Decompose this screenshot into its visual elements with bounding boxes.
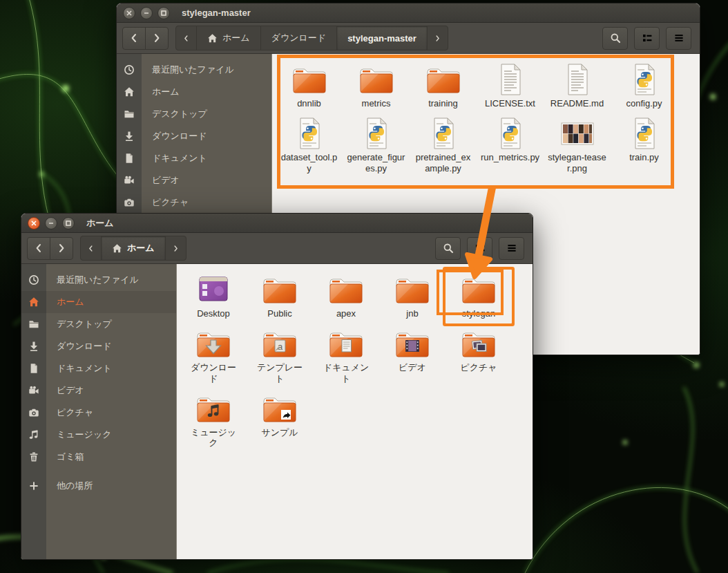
- file-dataset_tool.py[interactable]: dataset_tool.py: [276, 113, 343, 178]
- sidebar-item[interactable]: ビデオ: [117, 169, 271, 191]
- folder-icon: [461, 273, 497, 306]
- sidebar-item[interactable]: ダウンロード: [21, 335, 176, 357]
- file-run_metrics.py[interactable]: run_metrics.py: [477, 113, 544, 178]
- image-icon: [559, 117, 595, 150]
- menu-button[interactable]: [499, 237, 524, 260]
- sidebar-item[interactable]: 最近開いたファイル: [21, 269, 176, 291]
- sidebar-item[interactable]: 最近開いたファイル: [117, 59, 271, 81]
- sidebar-item[interactable]: デスクトップ: [21, 313, 176, 335]
- file-サンプル[interactable]: サンプル: [247, 388, 313, 453]
- back-button[interactable]: [27, 237, 50, 260]
- sidebar-item[interactable]: ドキュメント: [21, 357, 176, 379]
- file-label: テンプレート: [255, 362, 305, 384]
- file-metrics[interactable]: metrics: [343, 59, 410, 113]
- breadcrumb-item[interactable]: ダウンロード: [261, 26, 338, 50]
- back-button[interactable]: [122, 27, 146, 50]
- sidebar-item[interactable]: ピクチャ: [21, 402, 176, 424]
- file-pretrained_example.py[interactable]: pretrained_example.py: [410, 113, 477, 178]
- breadcrumb-item[interactable]: ホーム: [197, 26, 261, 50]
- home-icon: [21, 291, 46, 313]
- chevron-right-icon: [434, 35, 441, 42]
- sidebar-item[interactable]: ミュージック: [21, 424, 176, 446]
- folder-icon: [291, 63, 327, 96]
- toolbar: ホーム: [21, 233, 533, 264]
- breadcrumb-scroll-left[interactable]: [176, 26, 197, 50]
- file-label: ミュージック: [189, 427, 238, 449]
- search-button[interactable]: [602, 27, 628, 50]
- chevron-left-icon: [33, 243, 44, 254]
- close-button[interactable]: [28, 217, 40, 229]
- python-icon: [425, 117, 461, 150]
- sidebar-item-label: 最近開いたファイル: [57, 274, 139, 286]
- menu-button[interactable]: [666, 27, 691, 50]
- file-jnb[interactable]: jnb: [379, 270, 446, 323]
- file-README.md[interactable]: README.md: [544, 59, 611, 113]
- file-LICENSE.txt[interactable]: LICENSE.txt: [477, 59, 544, 113]
- sidebar-item[interactable]: デスクトップ: [117, 103, 271, 125]
- sidebar-item[interactable]: ゴミ箱: [21, 446, 176, 468]
- file-dnnlib[interactable]: dnnlib: [276, 59, 343, 113]
- file-Desktop[interactable]: Desktop: [180, 270, 247, 323]
- maximize-button[interactable]: [62, 217, 75, 229]
- file-stylegan-teaser.png[interactable]: stylegan-teaser.png: [544, 113, 611, 178]
- sidebar-item-label: ホーム: [57, 296, 84, 308]
- python-icon: [492, 117, 528, 150]
- home-icon: [28, 297, 39, 308]
- file-generate_figures.py[interactable]: generate_figures.py: [343, 113, 410, 178]
- file-grid: DesktopPublicapexjnbstyleganダウンロードテンプレート…: [177, 264, 533, 560]
- search-icon: [610, 32, 621, 44]
- file-label: apex: [336, 308, 356, 319]
- sidebar-item[interactable]: ホーム: [21, 291, 176, 313]
- forward-button[interactable]: [145, 27, 169, 50]
- breadcrumb-item[interactable]: stylegan-master: [337, 26, 428, 50]
- sidebar-item[interactable]: ダウンロード: [117, 125, 271, 147]
- view-toggle-button[interactable]: [634, 27, 660, 50]
- titlebar[interactable]: ホーム: [21, 214, 533, 233]
- file-label: LICENSE.txt: [485, 98, 535, 109]
- file-ダウンロード[interactable]: ダウンロード: [180, 323, 247, 388]
- search-icon: [443, 243, 454, 254]
- breadcrumb-label: ダウンロード: [271, 32, 327, 44]
- minimize-button[interactable]: [45, 217, 57, 229]
- breadcrumb-scroll-right[interactable]: [428, 26, 448, 50]
- forward-button[interactable]: [50, 237, 73, 260]
- file-train.py[interactable]: train.py: [611, 113, 678, 178]
- music-icon: [28, 429, 39, 440]
- search-button[interactable]: [435, 237, 461, 260]
- sidebar-item[interactable]: ピクチャ: [117, 191, 271, 214]
- sidebar-item-label: ビデオ: [152, 174, 180, 187]
- file-ミュージック[interactable]: ミュージック: [180, 388, 247, 453]
- folder-icon: [117, 103, 142, 125]
- sidebar-item[interactable]: ホーム: [117, 81, 271, 103]
- file-apex[interactable]: apex: [313, 270, 379, 323]
- file-stylegan[interactable]: stylegan: [446, 270, 512, 323]
- text-icon: [492, 63, 528, 96]
- file-ピクチャ[interactable]: ピクチャ: [446, 323, 512, 388]
- python-icon: [626, 117, 662, 150]
- file-Public[interactable]: Public: [247, 270, 313, 323]
- folder-music-icon: [195, 392, 231, 425]
- sidebar-item-label: ドキュメント: [57, 362, 112, 375]
- maximize-button[interactable]: [157, 7, 170, 19]
- close-button[interactable]: [123, 7, 135, 19]
- breadcrumb-item[interactable]: ホーム: [102, 236, 166, 260]
- file-ドキュメント[interactable]: ドキュメント: [313, 323, 379, 388]
- view-toggle-button[interactable]: [467, 237, 492, 260]
- breadcrumb-scroll-left[interactable]: [81, 236, 102, 260]
- titlebar[interactable]: stylegan-master: [117, 3, 700, 23]
- breadcrumb-label: stylegan-master: [347, 33, 416, 44]
- file-ビデオ[interactable]: ビデオ: [379, 323, 446, 388]
- sidebar-item[interactable]: ビデオ: [21, 379, 176, 402]
- file-label: stylegan-teaser.png: [548, 152, 607, 173]
- minimize-button[interactable]: [140, 7, 153, 19]
- folder-icon: [425, 63, 461, 96]
- file-training[interactable]: training: [410, 59, 477, 113]
- music-icon: [21, 424, 46, 446]
- sidebar-item[interactable]: 他の場所: [21, 475, 176, 497]
- file-label: jnb: [406, 308, 418, 319]
- file-config.py[interactable]: config.py: [611, 59, 678, 113]
- sidebar-item-label: ミュージック: [57, 429, 112, 441]
- file-テンプレート[interactable]: テンプレート: [247, 323, 313, 388]
- breadcrumb-scroll-right[interactable]: [166, 236, 186, 260]
- sidebar-item[interactable]: ドキュメント: [117, 147, 271, 169]
